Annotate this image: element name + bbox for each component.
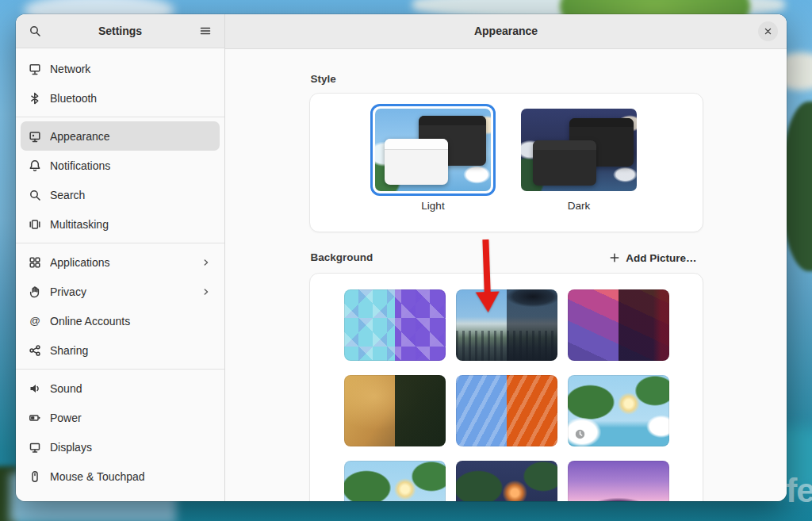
background-thumbnail-mountains-purple-sunset[interactable] (568, 461, 669, 501)
sidebar-headerbar: Settings (16, 14, 224, 48)
sidebar-item-label: Mouse & Touchpad (50, 470, 212, 483)
at-symbol-icon: @ (29, 315, 41, 328)
sidebar-item-multitasking[interactable]: Multitasking (21, 209, 220, 239)
style-selection-frame (516, 104, 642, 196)
mouse-icon (29, 470, 41, 483)
main-menu-button[interactable] (193, 18, 218, 44)
sidebar-item-notifications[interactable]: Notifications (21, 151, 220, 180)
main-headerbar: Appearance (225, 14, 787, 49)
preview-window-front (533, 140, 596, 186)
sidebar-item-label: Applications (50, 256, 192, 269)
sidebar-item-label: Network (50, 63, 212, 75)
sidebar-item-bluetooth[interactable]: Bluetooth (21, 83, 220, 113)
page-title: Appearance (225, 14, 787, 48)
annotation-arrow (471, 239, 502, 312)
sidebar-item-label: Appearance (50, 130, 212, 143)
clock-badge-icon (573, 427, 587, 441)
sidebar-item-label: Sharing (50, 344, 212, 357)
sidebar-item-search[interactable]: Search (21, 180, 220, 209)
wallpaper-watermark: fe (786, 471, 812, 510)
background-thumbnail-island-waves-sunrise[interactable] (568, 375, 669, 446)
sidebar-item-online-accounts[interactable]: @Online Accounts (21, 306, 220, 335)
sidebar-item-privacy[interactable]: Privacy (21, 277, 220, 306)
app-grid-icon (29, 256, 41, 269)
search-icon (29, 189, 41, 201)
background-thumbnail-island-sunrise-day[interactable] (344, 461, 446, 501)
background-section-header: Background Add Picture… (311, 250, 702, 266)
chevron-right-icon (201, 286, 212, 297)
share-icon (29, 344, 41, 357)
style-option-label: Light (421, 200, 444, 212)
style-section-label: Style (311, 73, 703, 86)
chevron-right-icon (201, 257, 212, 268)
search-button[interactable] (22, 18, 48, 44)
close-button[interactable] (758, 21, 778, 41)
hand-icon (29, 285, 41, 298)
style-option-light[interactable]: Light (370, 104, 496, 212)
sidebar-title: Settings (51, 25, 190, 37)
sidebar-item-displays[interactable]: Displays (21, 432, 220, 462)
background-grid (309, 273, 703, 501)
bell-icon (29, 159, 41, 172)
sidebar-item-label: Sound (50, 382, 212, 395)
sidebar-divider (16, 369, 224, 370)
dark-style-preview (521, 109, 637, 191)
background-thumbnail-island-sunset-dark[interactable] (456, 461, 557, 501)
sidebar-item-label: Displays (50, 441, 212, 454)
search-icon (29, 25, 41, 37)
background-section-label: Background (311, 251, 373, 264)
sidebar-divider (16, 243, 224, 243)
display-icon (29, 441, 41, 454)
style-selection-frame (370, 104, 496, 196)
svg-text:@: @ (29, 315, 40, 327)
main-pane: Appearance Style Light (225, 14, 787, 501)
sidebar-item-sharing[interactable]: Sharing (21, 335, 220, 365)
background-thumbnail-drips-blue-orange-split[interactable] (456, 375, 557, 446)
speaker-icon (29, 382, 41, 395)
sidebar-list: NetworkBluetoothAppearanceNotificationsS… (16, 48, 224, 496)
style-option-dark[interactable]: Dark (516, 104, 642, 212)
style-option-label: Dark (568, 200, 591, 212)
appearance-content: Style Light (309, 49, 703, 501)
appearance-icon (29, 130, 41, 143)
sidebar-item-mouse-touchpad[interactable]: Mouse & Touchpad (21, 462, 220, 491)
sidebar-item-power[interactable]: Power (21, 403, 220, 432)
sidebar-item-label: Power (50, 412, 212, 424)
sidebar-item-label: Privacy (50, 285, 192, 298)
battery-icon (29, 412, 41, 424)
background-thumbnail-painted-gold-dark-green-split[interactable] (344, 375, 446, 446)
hamburger-menu-icon (199, 25, 212, 37)
sidebar-item-appearance[interactable]: Appearance (21, 121, 220, 151)
add-picture-label: Add Picture… (626, 252, 696, 264)
close-icon (764, 27, 772, 36)
plus-icon (609, 252, 620, 263)
background-thumbnail-city-skyline-day-night-split[interactable] (456, 289, 557, 361)
sidebar-item-applications[interactable]: Applications (21, 247, 220, 277)
sidebar-item-label: Notifications (50, 159, 212, 172)
sidebar-item-label: Search (50, 189, 212, 201)
sidebar-item-network[interactable]: Network (21, 54, 220, 83)
network-icon (29, 63, 41, 75)
sidebar-item-label: Multitasking (50, 218, 212, 231)
sidebar-item-label: Online Accounts (50, 315, 212, 328)
add-picture-button[interactable]: Add Picture… (604, 251, 701, 266)
settings-window: Settings NetworkBluetoothAppearanceNotif… (16, 14, 787, 501)
background-thumbnail-triangles-cyan-purple-split[interactable] (344, 289, 446, 361)
background-thumbnail-layered-waves-magenta-dark-split[interactable] (568, 289, 669, 361)
bluetooth-icon (29, 92, 41, 105)
sidebar-item-label: Bluetooth (50, 92, 212, 105)
preview-window-front (385, 139, 448, 184)
sidebar: Settings NetworkBluetoothAppearanceNotif… (16, 14, 225, 501)
sidebar-divider (16, 117, 224, 117)
style-card: Light Dark (309, 93, 703, 232)
multitasking-icon (29, 218, 41, 231)
light-style-preview (375, 109, 491, 191)
sidebar-item-sound[interactable]: Sound (21, 374, 220, 403)
